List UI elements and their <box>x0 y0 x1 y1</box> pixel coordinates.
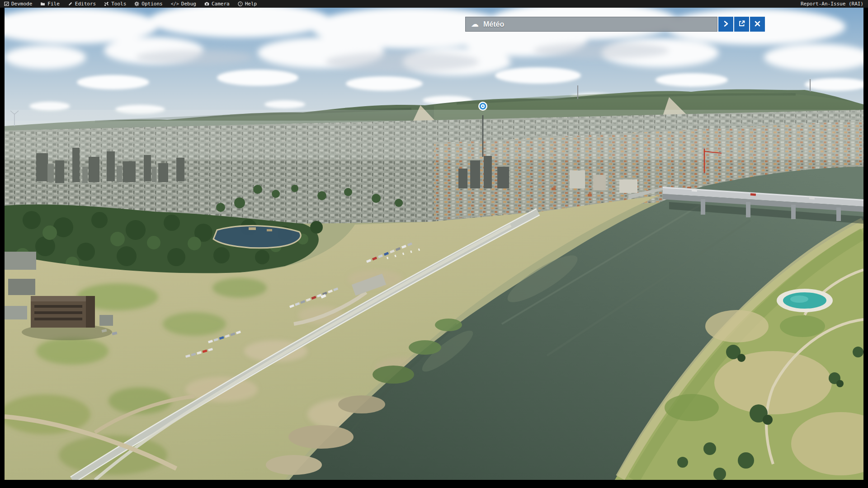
help-icon: ? <box>238 1 243 6</box>
world-scene <box>5 8 863 480</box>
menu-debug[interactable]: </> Debug <box>167 0 200 8</box>
gear-icon <box>134 1 139 6</box>
devmode-menubar: Devmode File Editors Tools Options <box>0 0 868 8</box>
report-an-issue-button[interactable]: Report-An-Issue (RAI) <box>796 0 868 8</box>
weather-window-title: Météo <box>483 20 504 28</box>
folder-icon <box>40 1 45 6</box>
menu-camera-label: Camera <box>212 0 230 8</box>
menu-help-label: Help <box>245 0 257 8</box>
app-screen: Devmode File Editors Tools Options <box>0 0 868 488</box>
menu-debug-label: Debug <box>181 0 196 8</box>
weather-window-titlebar[interactable]: ☁ Météo <box>465 17 717 32</box>
poi-marker <box>478 102 487 111</box>
camera-icon <box>204 1 209 6</box>
svg-text:?: ? <box>239 2 241 6</box>
tools-icon <box>104 1 109 6</box>
menu-camera[interactable]: Camera <box>200 0 234 8</box>
menu-devmode-label: Devmode <box>11 0 32 8</box>
menu-help[interactable]: ? Help <box>234 0 261 8</box>
chevron-right-icon <box>722 20 729 28</box>
menu-tools-label: Tools <box>111 0 126 8</box>
devmode-icon <box>4 1 9 6</box>
expand-panel-button[interactable] <box>718 17 733 32</box>
menu-options-label: Options <box>142 0 162 8</box>
close-button[interactable] <box>750 17 765 32</box>
pencil-icon <box>68 1 73 6</box>
world-viewport[interactable] <box>5 8 863 480</box>
menu-file-label: File <box>47 0 60 8</box>
menu-options[interactable]: Options <box>130 0 166 8</box>
popout-button[interactable] <box>734 17 749 32</box>
pond <box>213 226 301 248</box>
menu-tools[interactable]: Tools <box>100 0 130 8</box>
report-an-issue-label: Report-An-Issue (RAI) <box>801 0 863 8</box>
code-icon: </> <box>171 0 179 8</box>
popout-icon <box>738 20 745 28</box>
weather-window: ☁ Météo <box>465 17 765 32</box>
cloud-icon: ☁ <box>471 20 479 28</box>
weather-window-buttons <box>718 17 765 32</box>
menu-editors-label: Editors <box>75 0 96 8</box>
close-icon <box>754 20 761 28</box>
pool <box>777 289 833 312</box>
menu-editors[interactable]: Editors <box>64 0 100 8</box>
menu-file[interactable]: File <box>36 0 64 8</box>
menu-devmode[interactable]: Devmode <box>0 0 36 8</box>
